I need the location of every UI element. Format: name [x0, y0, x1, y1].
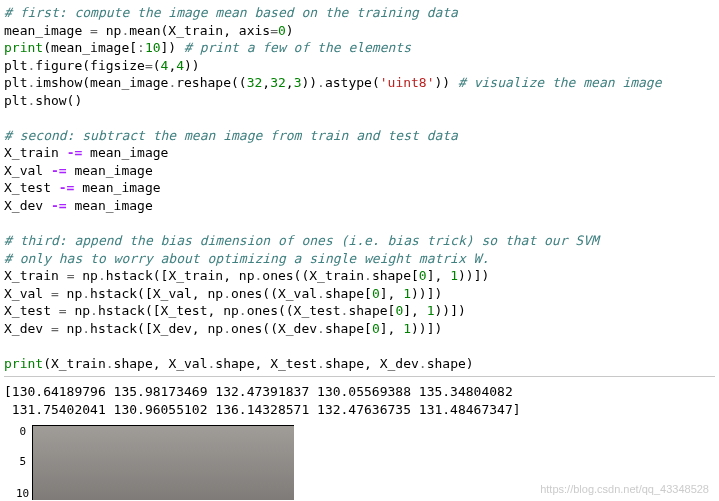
comment: # first: compute the image mean based on…	[4, 5, 458, 20]
plot-axes	[32, 425, 294, 500]
mean-image-plot: 0 5 10	[4, 425, 294, 500]
ytick-10: 10	[16, 487, 26, 501]
ytick-0: 0	[16, 425, 26, 440]
watermark: https://blog.csdn.net/qq_43348528	[540, 482, 709, 497]
stdout-output: [130.64189796 135.98173469 132.47391837 …	[4, 383, 715, 418]
mean-image	[33, 426, 294, 500]
code-cell: # first: compute the image mean based on…	[4, 4, 715, 377]
ytick-5: 5	[16, 455, 26, 470]
